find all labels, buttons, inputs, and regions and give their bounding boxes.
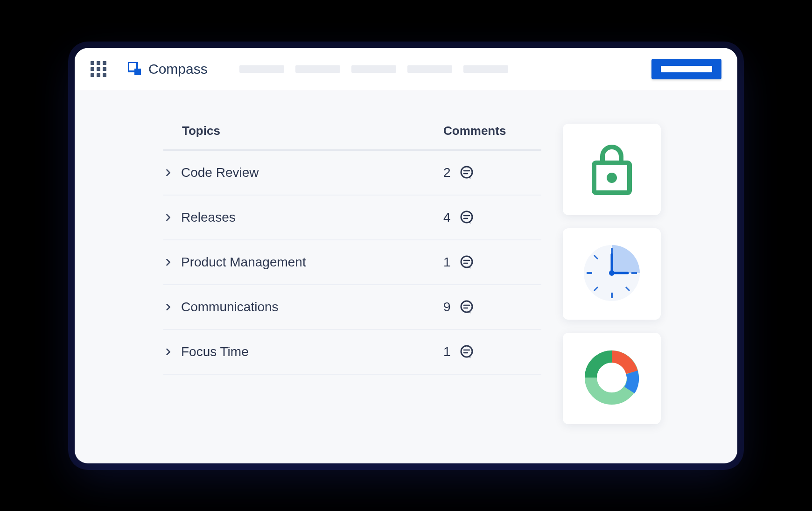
- table-row[interactable]: Product Management 1: [163, 240, 541, 285]
- lock-icon: [588, 140, 635, 198]
- table-header: Topics Comments: [163, 124, 541, 151]
- comments-count: 1: [443, 344, 451, 359]
- comments-cell: 2: [443, 165, 537, 180]
- nav-placeholder: [239, 65, 508, 73]
- topic-name: Code Review: [178, 165, 443, 180]
- button-label-placeholder: [661, 66, 712, 72]
- topic-name: Product Management: [178, 255, 443, 270]
- svg-rect-1: [134, 69, 141, 75]
- svg-point-2: [461, 167, 472, 178]
- comment-icon: [459, 210, 474, 225]
- apps-grid-icon[interactable]: [91, 61, 106, 77]
- table-row[interactable]: Releases 4: [163, 196, 541, 240]
- column-header-comments: Comments: [443, 124, 537, 138]
- nav-item-placeholder: [239, 65, 284, 73]
- brand[interactable]: Compass: [128, 61, 208, 77]
- comments-cell: 4: [443, 210, 537, 225]
- comments-cell: 1: [443, 344, 537, 359]
- topics-table: Topics Comments Code Review 2: [163, 124, 541, 445]
- nav-item-placeholder: [295, 65, 340, 73]
- topic-name: Focus Time: [178, 344, 443, 359]
- card-analytics[interactable]: [563, 333, 661, 424]
- column-header-topics: Topics: [182, 124, 443, 138]
- svg-point-8: [461, 256, 472, 267]
- svg-point-18: [607, 173, 617, 183]
- card-security[interactable]: [563, 124, 661, 215]
- svg-point-5: [461, 211, 472, 223]
- primary-action-button[interactable]: [651, 59, 721, 79]
- chevron-right-icon: [165, 259, 178, 266]
- nav-item-placeholder: [407, 65, 452, 73]
- chevron-right-icon: [165, 169, 178, 176]
- chevron-right-icon: [165, 349, 178, 355]
- nav-item-placeholder: [463, 65, 508, 73]
- comment-icon: [459, 344, 474, 359]
- app-window: Compass Topics Comments Code Review: [75, 48, 737, 463]
- comments-cell: 9: [443, 300, 537, 315]
- compass-logo-icon: [128, 62, 142, 76]
- brand-name: Compass: [148, 61, 208, 77]
- side-cards: [563, 124, 661, 445]
- chevron-right-icon: [165, 214, 178, 221]
- comments-count: 1: [443, 255, 451, 270]
- clock-icon: [579, 240, 644, 308]
- header: Compass: [75, 48, 737, 91]
- comments-count: 2: [443, 165, 451, 180]
- comments-cell: 1: [443, 255, 537, 270]
- card-time[interactable]: [563, 228, 661, 320]
- comments-count: 9: [443, 300, 451, 315]
- table-row[interactable]: Focus Time 1: [163, 330, 541, 375]
- donut-chart-icon: [581, 347, 642, 410]
- nav-item-placeholder: [351, 65, 396, 73]
- topic-name: Communications: [178, 300, 443, 315]
- comments-count: 4: [443, 210, 451, 225]
- svg-point-29: [609, 270, 615, 276]
- table-row[interactable]: Code Review 2: [163, 151, 541, 196]
- table-row[interactable]: Communications 9: [163, 285, 541, 330]
- comment-icon: [459, 300, 474, 315]
- topic-name: Releases: [178, 210, 443, 225]
- svg-point-11: [461, 301, 472, 312]
- chevron-right-icon: [165, 304, 178, 310]
- content: Topics Comments Code Review 2: [75, 91, 737, 463]
- svg-point-14: [461, 346, 472, 357]
- comment-icon: [459, 165, 474, 180]
- comment-icon: [459, 255, 474, 270]
